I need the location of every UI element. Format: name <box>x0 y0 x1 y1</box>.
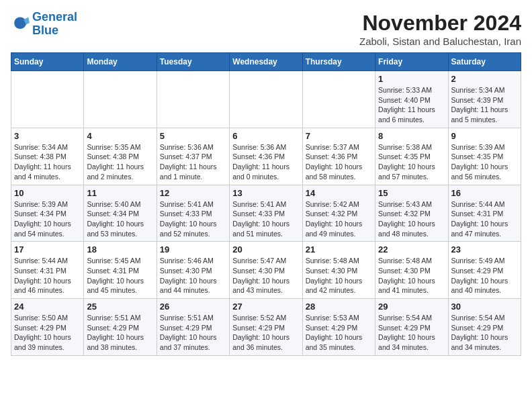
day-detail: Sunrise: 5:42 AM Sunset: 4:32 PM Dayligh… <box>306 199 372 239</box>
calendar-cell: 28Sunrise: 5:53 AM Sunset: 4:29 PM Dayli… <box>302 299 375 356</box>
day-number: 28 <box>306 302 372 312</box>
calendar-cell: 12Sunrise: 5:41 AM Sunset: 4:33 PM Dayli… <box>157 185 229 242</box>
calendar-cell: 22Sunrise: 5:48 AM Sunset: 4:30 PM Dayli… <box>375 242 448 299</box>
day-detail: Sunrise: 5:50 AM Sunset: 4:29 PM Dayligh… <box>14 313 81 353</box>
calendar-cell: 27Sunrise: 5:52 AM Sunset: 4:29 PM Dayli… <box>230 299 302 356</box>
calendar-cell <box>230 71 302 128</box>
calendar-cell: 8Sunrise: 5:38 AM Sunset: 4:35 PM Daylig… <box>375 128 448 185</box>
logo-blue: Blue <box>32 24 58 37</box>
day-number: 21 <box>306 244 372 255</box>
day-detail: Sunrise: 5:45 AM Sunset: 4:31 PM Dayligh… <box>87 256 153 295</box>
calendar-cell: 21Sunrise: 5:48 AM Sunset: 4:30 PM Dayli… <box>302 242 375 299</box>
day-detail: Sunrise: 5:54 AM Sunset: 4:29 PM Dayligh… <box>378 313 445 353</box>
calendar-cell: 4Sunrise: 5:35 AM Sunset: 4:38 PM Daylig… <box>84 128 157 185</box>
calendar-cell <box>302 71 375 128</box>
calendar-cell: 9Sunrise: 5:39 AM Sunset: 4:35 PM Daylig… <box>448 128 521 185</box>
day-detail: Sunrise: 5:36 AM Sunset: 4:37 PM Dayligh… <box>160 142 226 182</box>
calendar-week-5: 24Sunrise: 5:50 AM Sunset: 4:29 PM Dayli… <box>11 299 521 356</box>
calendar-header-tuesday: Tuesday <box>157 53 229 71</box>
calendar-cell: 5Sunrise: 5:36 AM Sunset: 4:37 PM Daylig… <box>157 128 229 185</box>
day-detail: Sunrise: 5:44 AM Sunset: 4:31 PM Dayligh… <box>14 256 81 295</box>
day-detail: Sunrise: 5:49 AM Sunset: 4:29 PM Dayligh… <box>451 256 518 295</box>
day-detail: Sunrise: 5:43 AM Sunset: 4:32 PM Dayligh… <box>378 199 445 239</box>
calendar-week-3: 10Sunrise: 5:39 AM Sunset: 4:34 PM Dayli… <box>11 185 521 242</box>
logo-icon <box>11 15 30 34</box>
day-number: 1 <box>378 74 445 84</box>
day-number: 19 <box>160 244 226 255</box>
calendar-cell: 23Sunrise: 5:49 AM Sunset: 4:29 PM Dayli… <box>448 242 521 299</box>
calendar-cell: 14Sunrise: 5:42 AM Sunset: 4:32 PM Dayli… <box>302 185 375 242</box>
calendar-cell: 7Sunrise: 5:37 AM Sunset: 4:36 PM Daylig… <box>302 128 375 185</box>
day-number: 18 <box>87 244 153 255</box>
day-detail: Sunrise: 5:41 AM Sunset: 4:33 PM Dayligh… <box>160 199 226 239</box>
day-detail: Sunrise: 5:34 AM Sunset: 4:39 PM Dayligh… <box>451 85 518 125</box>
month-title: November 2024 <box>359 11 521 36</box>
day-number: 12 <box>160 188 226 198</box>
calendar-header-saturday: Saturday <box>448 53 521 71</box>
day-number: 20 <box>232 244 299 255</box>
day-number: 5 <box>160 131 226 141</box>
day-detail: Sunrise: 5:40 AM Sunset: 4:34 PM Dayligh… <box>87 199 153 239</box>
day-detail: Sunrise: 5:46 AM Sunset: 4:30 PM Dayligh… <box>160 256 226 295</box>
day-number: 2 <box>451 74 518 84</box>
day-detail: Sunrise: 5:39 AM Sunset: 4:34 PM Dayligh… <box>14 199 81 239</box>
day-number: 17 <box>14 244 81 255</box>
title-area: November 2024 Zaboli, Sistan and Baluche… <box>359 11 521 47</box>
calendar-cell: 3Sunrise: 5:34 AM Sunset: 4:38 PM Daylig… <box>11 128 84 185</box>
day-detail: Sunrise: 5:54 AM Sunset: 4:29 PM Dayligh… <box>451 313 518 353</box>
day-detail: Sunrise: 5:41 AM Sunset: 4:33 PM Dayligh… <box>232 199 299 239</box>
calendar-cell <box>84 71 157 128</box>
day-number: 3 <box>14 131 81 141</box>
calendar-header-row: SundayMondayTuesdayWednesdayThursdayFrid… <box>11 53 521 71</box>
calendar-cell: 2Sunrise: 5:34 AM Sunset: 4:39 PM Daylig… <box>448 71 521 128</box>
calendar-cell: 17Sunrise: 5:44 AM Sunset: 4:31 PM Dayli… <box>11 242 84 299</box>
calendar-header-friday: Friday <box>375 53 448 71</box>
logo: General Blue <box>11 11 77 38</box>
day-number: 26 <box>160 302 226 312</box>
calendar-cell: 24Sunrise: 5:50 AM Sunset: 4:29 PM Dayli… <box>11 299 84 356</box>
day-number: 15 <box>378 188 445 198</box>
calendar-week-2: 3Sunrise: 5:34 AM Sunset: 4:38 PM Daylig… <box>11 128 521 185</box>
calendar-cell: 25Sunrise: 5:51 AM Sunset: 4:29 PM Dayli… <box>84 299 157 356</box>
day-detail: Sunrise: 5:53 AM Sunset: 4:29 PM Dayligh… <box>306 313 372 353</box>
day-detail: Sunrise: 5:36 AM Sunset: 4:36 PM Dayligh… <box>232 142 299 182</box>
day-detail: Sunrise: 5:33 AM Sunset: 4:40 PM Dayligh… <box>378 85 445 125</box>
day-number: 16 <box>451 188 518 198</box>
calendar-header-thursday: Thursday <box>302 53 375 71</box>
calendar-cell: 13Sunrise: 5:41 AM Sunset: 4:33 PM Dayli… <box>230 185 302 242</box>
calendar-week-1: 1Sunrise: 5:33 AM Sunset: 4:40 PM Daylig… <box>11 71 521 128</box>
location-title: Zaboli, Sistan and Baluchestan, Iran <box>359 36 521 47</box>
day-detail: Sunrise: 5:48 AM Sunset: 4:30 PM Dayligh… <box>306 256 372 295</box>
day-detail: Sunrise: 5:47 AM Sunset: 4:30 PM Dayligh… <box>232 256 299 295</box>
day-detail: Sunrise: 5:34 AM Sunset: 4:38 PM Dayligh… <box>14 142 81 182</box>
header: General Blue November 2024 Zaboli, Sista… <box>11 11 521 47</box>
calendar-cell: 26Sunrise: 5:51 AM Sunset: 4:29 PM Dayli… <box>157 299 229 356</box>
day-detail: Sunrise: 5:44 AM Sunset: 4:31 PM Dayligh… <box>451 199 518 239</box>
calendar-cell: 29Sunrise: 5:54 AM Sunset: 4:29 PM Dayli… <box>375 299 448 356</box>
day-detail: Sunrise: 5:48 AM Sunset: 4:30 PM Dayligh… <box>378 256 445 295</box>
day-number: 25 <box>87 302 153 312</box>
day-detail: Sunrise: 5:51 AM Sunset: 4:29 PM Dayligh… <box>87 313 153 353</box>
calendar-cell: 18Sunrise: 5:45 AM Sunset: 4:31 PM Dayli… <box>84 242 157 299</box>
calendar-week-4: 17Sunrise: 5:44 AM Sunset: 4:31 PM Dayli… <box>11 242 521 299</box>
day-number: 9 <box>451 131 518 141</box>
logo-text: General Blue <box>32 11 77 38</box>
calendar-cell: 15Sunrise: 5:43 AM Sunset: 4:32 PM Dayli… <box>375 185 448 242</box>
calendar-cell: 6Sunrise: 5:36 AM Sunset: 4:36 PM Daylig… <box>230 128 302 185</box>
calendar-cell: 30Sunrise: 5:54 AM Sunset: 4:29 PM Dayli… <box>448 299 521 356</box>
day-number: 6 <box>232 131 299 141</box>
calendar-cell: 10Sunrise: 5:39 AM Sunset: 4:34 PM Dayli… <box>11 185 84 242</box>
day-number: 27 <box>232 302 299 312</box>
day-detail: Sunrise: 5:37 AM Sunset: 4:36 PM Dayligh… <box>306 142 372 182</box>
day-number: 4 <box>87 131 153 141</box>
calendar-header-monday: Monday <box>84 53 157 71</box>
calendar-cell: 11Sunrise: 5:40 AM Sunset: 4:34 PM Dayli… <box>84 185 157 242</box>
calendar: SundayMondayTuesdayWednesdayThursdayFrid… <box>11 52 521 356</box>
calendar-header-wednesday: Wednesday <box>230 53 302 71</box>
calendar-cell: 19Sunrise: 5:46 AM Sunset: 4:30 PM Dayli… <box>157 242 229 299</box>
day-number: 29 <box>378 302 445 312</box>
day-number: 8 <box>378 131 445 141</box>
day-number: 10 <box>14 188 81 198</box>
day-number: 7 <box>306 131 372 141</box>
calendar-header-sunday: Sunday <box>11 53 84 71</box>
